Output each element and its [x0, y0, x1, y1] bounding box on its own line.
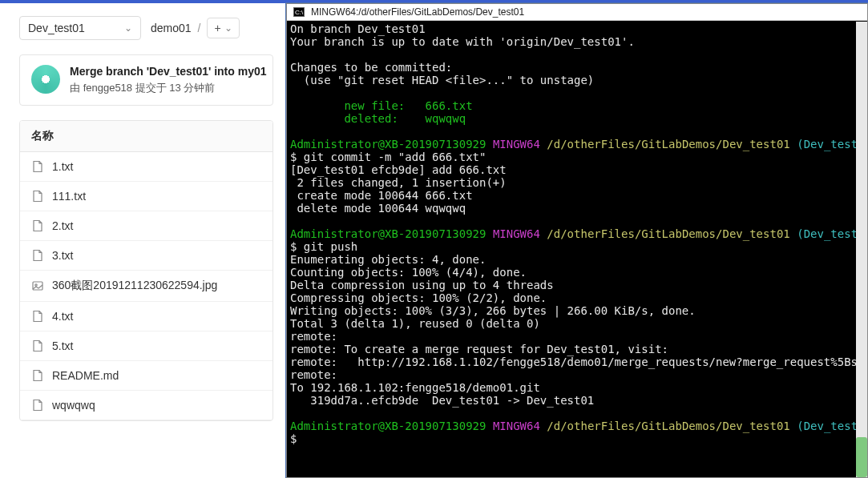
- add-button[interactable]: + ⌄: [207, 18, 239, 38]
- file-icon: [31, 160, 44, 173]
- file-row[interactable]: 360截图20191211230622594.jpg: [20, 271, 273, 302]
- file-icon: [31, 190, 44, 203]
- terminal-cmd: git commit -m "add 666.txt": [297, 151, 486, 163]
- prompt-userhost: Administrator@XB-201907130929: [290, 138, 486, 151]
- terminal-titlebar[interactable]: C:\ MINGW64:/d/otherFiles/GitLabDemos/De…: [287, 4, 867, 21]
- file-name: 1.txt: [52, 160, 73, 173]
- file-name: 360截图20191211230622594.jpg: [52, 279, 217, 293]
- breadcrumb-item[interactable]: demo01: [151, 22, 192, 34]
- file-row[interactable]: 1.txt: [20, 152, 273, 182]
- chevron-down-icon: ⌄: [224, 22, 232, 34]
- file-name: 5.txt: [52, 339, 73, 352]
- file-name: 111.txt: [52, 190, 86, 203]
- file-name: README.md: [52, 369, 119, 382]
- file-icon: [31, 399, 44, 412]
- terminal-line: 2 files changed, 1 insertion(+): [290, 176, 507, 189]
- terminal-line: Enumerating objects: 4, done.: [290, 253, 486, 266]
- terminal-line: Changes to be committed:: [290, 61, 452, 74]
- terminal-line: remote:: [290, 368, 337, 381]
- terminal-line: To 192.168.1.102:fengge518/demo01.git: [290, 381, 540, 394]
- files-panel: Dev_test01 ⌄ demo01 / + ⌄ Merge branch '…: [0, 3, 286, 478]
- file-icon: [31, 369, 44, 382]
- commit-title: Merge branch 'Dev_test01' into my01: [70, 65, 267, 78]
- commit-author[interactable]: fengge518: [83, 82, 132, 94]
- chevron-down-icon: ⌄: [124, 22, 132, 34]
- file-row[interactable]: 4.txt: [20, 302, 273, 331]
- prompt-shell: MINGW64: [493, 138, 540, 151]
- commit-meta-text: 提交于: [132, 82, 169, 94]
- breadcrumb: demo01 / + ⌄: [151, 18, 240, 38]
- terminal-title: MINGW64:/d/otherFiles/GitLabDemos/Dev_te…: [311, 6, 524, 18]
- avatar: [31, 65, 60, 94]
- file-icon: [31, 310, 44, 323]
- commit-card[interactable]: Merge branch 'Dev_test01' into my01 由 fe…: [19, 54, 273, 106]
- branch-dropdown[interactable]: Dev_test01 ⌄: [19, 16, 141, 40]
- file-table: 名称 1.txt111.txt2.txt3.txt360截图2019121123…: [19, 120, 273, 421]
- breadcrumb-slash: /: [198, 22, 201, 34]
- file-name: 4.txt: [52, 310, 73, 323]
- terminal-line: create mode 100644 666.txt: [290, 189, 473, 202]
- scrollbar-thumb[interactable]: [856, 437, 867, 477]
- prompt-path: /d/otherFiles/GitLabDemos/Dev_test01: [547, 138, 789, 151]
- terminal-line: remote: To create a merge request for De…: [290, 343, 668, 355]
- terminal-line: Your branch is up to date with 'origin/D…: [290, 35, 635, 48]
- terminal-line: Counting objects: 100% (4/4), done.: [290, 266, 527, 279]
- file-icon: [31, 339, 44, 352]
- file-name: 3.txt: [52, 249, 73, 262]
- commit-time: 13 分钟前: [169, 82, 215, 94]
- file-row[interactable]: 2.txt: [20, 211, 273, 241]
- commit-info: Merge branch 'Dev_test01' into my01 由 fe…: [70, 65, 267, 95]
- prompt-userhost: Administrator@XB-201907130929: [290, 420, 486, 432]
- image-file-icon: [31, 279, 44, 292]
- file-table-header: 名称: [20, 121, 273, 152]
- terminal-line: new file: 666.txt: [290, 99, 473, 112]
- terminal-line: 319dd7a..efcb9de Dev_test01 -> Dev_test0…: [290, 394, 594, 407]
- svg-point-1: [35, 284, 37, 286]
- file-row[interactable]: 111.txt: [20, 182, 273, 211]
- commit-by-label: 由: [70, 82, 83, 94]
- terminal-body[interactable]: On branch Dev_test01 Your branch is up t…: [287, 21, 867, 476]
- terminal-line: (use "git reset HEAD <file>..." to unsta…: [290, 74, 594, 86]
- terminal-scrollbar[interactable]: [856, 22, 867, 477]
- terminal-line: Total 3 (delta 1), reused 0 (delta 0): [290, 317, 540, 330]
- prompt-shell: MINGW64: [493, 420, 540, 432]
- file-row[interactable]: 5.txt: [20, 331, 273, 361]
- file-row[interactable]: wqwqwq: [20, 391, 273, 420]
- terminal-line: Compressing objects: 100% (2/2), done.: [290, 291, 547, 304]
- file-icon: [31, 249, 44, 262]
- prompt-shell: MINGW64: [493, 227, 540, 240]
- terminal-window[interactable]: C:\ MINGW64:/d/otherFiles/GitLabDemos/De…: [286, 3, 868, 478]
- controls-row: Dev_test01 ⌄ demo01 / + ⌄: [19, 16, 273, 40]
- terminal-line: deleted: wqwqwq: [290, 112, 466, 125]
- prompt-path: /d/otherFiles/GitLabDemos/Dev_test01: [547, 420, 789, 432]
- file-name: wqwqwq: [52, 399, 95, 412]
- branch-label: Dev_test01: [28, 22, 85, 34]
- prompt-dollar: $: [290, 432, 297, 445]
- file-icon: [31, 219, 44, 232]
- terminal-line: remote:: [290, 330, 337, 343]
- terminal-line: remote: http://192.168.1.102/fengge518/d…: [290, 355, 867, 368]
- terminal-cmd: git push: [297, 240, 357, 253]
- prompt-userhost: Administrator@XB-201907130929: [290, 227, 486, 240]
- plus-icon: +: [214, 22, 220, 34]
- file-name: 2.txt: [52, 219, 73, 232]
- prompt-path: /d/otherFiles/GitLabDemos/Dev_test01: [547, 227, 789, 240]
- terminal-line: delete mode 100644 wqwqwq: [290, 202, 466, 215]
- file-row[interactable]: 3.txt: [20, 241, 273, 271]
- terminal-line: Delta compression using up to 4 threads: [290, 279, 554, 291]
- terminal-line: [Dev_test01 efcb9de] add 666.txt: [290, 163, 507, 176]
- file-row[interactable]: README.md: [20, 361, 273, 391]
- commit-meta: 由 fengge518 提交于 13 分钟前: [70, 81, 267, 95]
- terminal-line: On branch Dev_test01: [290, 22, 426, 35]
- terminal-icon: C:\: [293, 7, 305, 17]
- terminal-line: Writing objects: 100% (3/3), 266 bytes |…: [290, 304, 696, 317]
